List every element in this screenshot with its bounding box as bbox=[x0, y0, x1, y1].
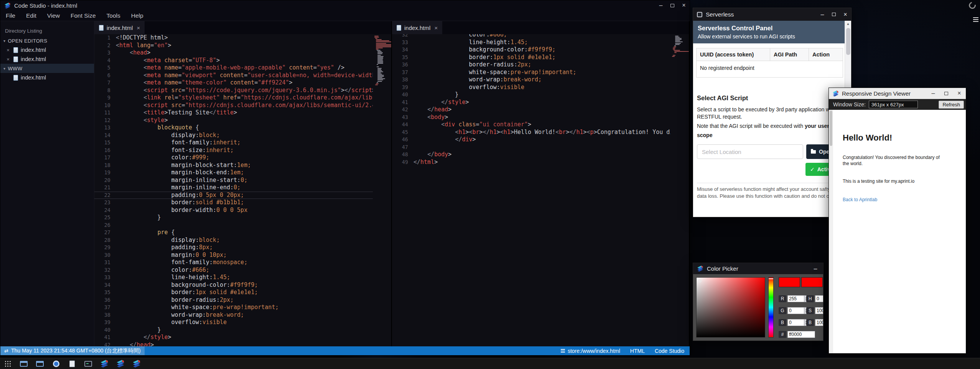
menu-help[interactable]: Help bbox=[126, 10, 149, 21]
window-icon[interactable] bbox=[35, 359, 44, 368]
minimap-line bbox=[675, 36, 679, 36]
minimize-button[interactable]: – bbox=[655, 2, 667, 9]
line-number: 34 bbox=[392, 46, 413, 54]
field-input-b[interactable] bbox=[815, 319, 823, 326]
status-app[interactable]: Code Studio bbox=[655, 348, 684, 354]
section-header-open-editors[interactable]: ▾OPEN EDITORS bbox=[0, 36, 94, 45]
document-icon[interactable] bbox=[68, 359, 77, 368]
saturation-area[interactable] bbox=[696, 277, 765, 338]
minimap[interactable] bbox=[373, 34, 391, 346]
loading-icon[interactable] bbox=[967, 0, 977, 10]
minimap-line bbox=[377, 70, 382, 71]
code-studio-icon[interactable] bbox=[116, 359, 125, 368]
minimize-button[interactable]: – bbox=[808, 265, 823, 272]
file-item[interactable]: ×index.html bbox=[0, 45, 94, 55]
field-input-hex[interactable] bbox=[787, 331, 815, 338]
close-icon[interactable]: × bbox=[5, 47, 11, 53]
editor-tab[interactable]: index.html× bbox=[392, 21, 442, 34]
field-input-g[interactable] bbox=[787, 307, 804, 314]
code-line: 21 margin-inline-end:0; bbox=[94, 184, 391, 192]
terminal-icon[interactable] bbox=[84, 359, 93, 368]
code-text: <meta charset="UTF-8"> bbox=[116, 57, 220, 65]
scroll-thumb[interactable] bbox=[830, 111, 832, 146]
menu-view[interactable]: View bbox=[42, 10, 65, 21]
file-item[interactable]: index.html bbox=[0, 73, 94, 82]
code-studio-icon[interactable] bbox=[100, 359, 109, 368]
maximize-button[interactable] bbox=[667, 4, 678, 7]
picker-hex: # bbox=[779, 331, 815, 341]
titlebar[interactable]: Color Picker – bbox=[693, 263, 823, 274]
page-heading: Hello World! bbox=[843, 133, 957, 143]
section-title: Select AGI Script bbox=[697, 94, 847, 102]
hue-slider[interactable] bbox=[768, 277, 774, 338]
section-header-www[interactable]: ▾WWW bbox=[0, 64, 94, 73]
code-text: </style> bbox=[116, 334, 171, 341]
viewer-scrollbar[interactable] bbox=[829, 110, 833, 353]
editor-tab[interactable]: index.html× bbox=[94, 21, 145, 34]
minimize-button[interactable]: – bbox=[817, 11, 828, 18]
tab-close-icon[interactable]: × bbox=[434, 25, 438, 31]
window-size-input[interactable] bbox=[869, 101, 918, 108]
maximize-button[interactable] bbox=[940, 92, 953, 95]
back-link[interactable]: Back to Aprintlab bbox=[843, 197, 877, 202]
code-line: 7 <meta name="theme-color" content="#ff9… bbox=[94, 79, 391, 87]
close-button[interactable]: × bbox=[840, 11, 851, 18]
app-launcher-icon[interactable] bbox=[3, 359, 12, 368]
menu-file[interactable]: File bbox=[0, 10, 21, 21]
field-input-r[interactable] bbox=[787, 295, 804, 302]
column-header: Action bbox=[809, 48, 843, 61]
line-number: 38 bbox=[94, 311, 116, 319]
viewer-page: Hello World! Congratulation! You discove… bbox=[829, 110, 966, 353]
code-line: 35 border:1px solid #e1e1e1; bbox=[94, 289, 391, 296]
status-language[interactable]: HTML bbox=[630, 348, 645, 354]
browser-icon[interactable] bbox=[51, 359, 61, 368]
status-datetime-chip[interactable]: ⇄ Thu May 11 2023 21:54:48 GMT+0800 (台北標… bbox=[0, 346, 145, 355]
tab-close-icon[interactable]: × bbox=[137, 25, 140, 31]
code-editor[interactable]: 32 color:#666;33 line-height:1.45;34 bac… bbox=[392, 34, 689, 346]
code-line: 47 bbox=[392, 144, 689, 151]
status-file[interactable]: store:/www/index.html bbox=[561, 348, 620, 354]
menu-edit[interactable]: Edit bbox=[21, 10, 42, 21]
titlebar[interactable]: Serverless – × bbox=[693, 8, 851, 21]
scroll-up-icon[interactable]: ▲ bbox=[847, 21, 850, 26]
field-input-b[interactable] bbox=[787, 319, 804, 326]
line-number: 6 bbox=[94, 72, 116, 79]
window-icon[interactable] bbox=[19, 359, 28, 368]
minimize-button[interactable]: – bbox=[927, 90, 940, 97]
code-text: </style> bbox=[413, 99, 469, 106]
location-input[interactable] bbox=[697, 144, 803, 159]
menu-icon[interactable] bbox=[973, 17, 978, 23]
color-swatches bbox=[779, 277, 823, 287]
menu-font-size[interactable]: Font Size bbox=[65, 10, 101, 21]
scroll-thumb[interactable] bbox=[846, 28, 850, 55]
close-button[interactable]: × bbox=[953, 90, 966, 97]
field-input-h[interactable] bbox=[815, 295, 823, 302]
close-icon[interactable]: × bbox=[5, 56, 11, 62]
picker-field-b: B bbox=[779, 319, 809, 326]
titlebar[interactable]: Responsive Design Viewer – × bbox=[829, 88, 966, 99]
close-button[interactable]: × bbox=[678, 2, 690, 9]
code-editor[interactable]: 1<!DOCTYPE html>2<html lang="en">3 <head… bbox=[94, 34, 391, 346]
picker-left: RGB bbox=[779, 295, 809, 331]
sidebar-sections: ▾OPEN EDITORS×index.html×index.html▾WWWi… bbox=[0, 36, 94, 82]
menu-tools[interactable]: Tools bbox=[101, 10, 126, 21]
code-text: white-space:pre-wrap!important; bbox=[413, 69, 576, 76]
tab-label: index.html bbox=[107, 25, 133, 31]
color-cursor[interactable] bbox=[698, 279, 702, 283]
code-text: overflow:visible bbox=[116, 319, 227, 326]
code-studio-icon[interactable] bbox=[132, 359, 141, 368]
titlebar[interactable]: Code Studio - index.html – × bbox=[0, 0, 690, 10]
refresh-button[interactable]: Refresh bbox=[939, 101, 964, 109]
field-input-s[interactable] bbox=[815, 307, 823, 314]
maximize-button[interactable] bbox=[828, 13, 840, 16]
code-line: 48 </body> bbox=[392, 151, 689, 159]
hue-marker[interactable] bbox=[769, 278, 773, 279]
file-item[interactable]: ×index.html bbox=[0, 55, 94, 64]
code-line: 13 blockquote { bbox=[94, 124, 391, 132]
code-line: 46 </div> bbox=[392, 136, 689, 144]
file-icon bbox=[99, 25, 104, 31]
code-line: 38 word-wrap:break-word; bbox=[94, 311, 391, 319]
minimap[interactable] bbox=[670, 34, 689, 346]
code-text: border:1px solid #e1e1e1; bbox=[116, 289, 258, 296]
code-text: color:#666; bbox=[413, 34, 507, 39]
